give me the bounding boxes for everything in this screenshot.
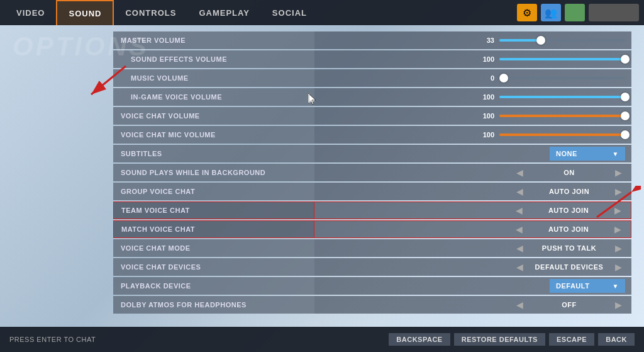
- playback-dropdown[interactable]: DEFAULT ▼: [321, 279, 625, 293]
- sfx-volume-slider[interactable]: 100: [321, 55, 625, 63]
- voice-chat-vol-value: 100: [475, 112, 494, 120]
- mic-volume-label: VOICE CHAT MIC VOLUME: [113, 126, 314, 144]
- arrow-annotation-right: [591, 186, 641, 224]
- tab-video[interactable]: VIDEO: [5, 0, 56, 25]
- navbar: VIDEO SOUND CONTROLS GAMEPLAY SOCIAL ⚙ 👥: [0, 0, 644, 25]
- ingame-voice-value: 100: [475, 93, 494, 101]
- mic-volume-slider[interactable]: 100: [321, 131, 625, 139]
- setting-row-bg-sound: SOUND PLAYS WHILE IN BACKGROUND ◀ ON ▶: [113, 164, 631, 181]
- tab-gameplay[interactable]: GAMEPLAY: [187, 0, 260, 25]
- mouse-cursor: [308, 93, 316, 105]
- dolby-chevron[interactable]: ◀ OFF ▶: [321, 298, 625, 311]
- ingame-voice-label: IN-GAME VOICE VOLUME: [113, 88, 314, 106]
- ingame-voice-slider[interactable]: 100: [321, 93, 625, 101]
- voice-devices-control: ◀ DEFAULT DEVICES ▶: [314, 258, 631, 276]
- svg-marker-4: [308, 93, 316, 105]
- mic-volume-control: 100: [314, 126, 631, 144]
- subtitles-dropdown-btn[interactable]: NONE ▼: [550, 147, 625, 161]
- voice-chat-vol-slider[interactable]: 100: [321, 112, 625, 120]
- subtitles-value: NONE: [556, 150, 577, 157]
- voice-chat-vol-track[interactable]: [499, 115, 625, 117]
- team-voice-prev-btn[interactable]: ◀: [513, 204, 526, 217]
- match-voice-prev-btn[interactable]: ◀: [513, 223, 526, 236]
- music-volume-value: 0: [475, 74, 494, 82]
- group-voice-label: GROUP VOICE CHAT: [113, 183, 314, 200]
- bg-sound-prev-btn[interactable]: ◀: [513, 166, 526, 179]
- dolby-prev-btn[interactable]: ◀: [513, 298, 526, 311]
- master-volume-slider[interactable]: 33: [321, 37, 625, 44]
- voice-mode-label: VOICE CHAT MODE: [113, 239, 314, 257]
- backspace-button[interactable]: BACKSPACE: [389, 333, 450, 346]
- tab-sound[interactable]: SOUND: [56, 0, 114, 25]
- setting-row-dolby: DOLBY ATMOS FOR HEADPHONES ◀ OFF ▶: [113, 296, 631, 314]
- dolby-next-btn[interactable]: ▶: [612, 298, 625, 311]
- group-voice-control: ◀ AUTO JOIN ▶: [314, 183, 631, 200]
- setting-row-match-voice: MATCH VOICE CHAT ◀ AUTO JOIN ▶: [113, 220, 631, 238]
- icon-status[interactable]: [565, 4, 585, 21]
- setting-row-team-voice: TEAM VOICE CHAT ◀ AUTO JOIN ▶: [113, 202, 631, 219]
- voice-mode-prev-btn[interactable]: ◀: [513, 242, 526, 254]
- bg-sound-chevron[interactable]: ◀ ON ▶: [321, 166, 625, 179]
- setting-row-playback: PLAYBACK DEVICE DEFAULT ▼: [113, 277, 631, 295]
- sfx-volume-thumb[interactable]: [621, 55, 630, 64]
- playback-label: PLAYBACK DEVICE: [113, 277, 314, 295]
- match-voice-chevron[interactable]: ◀ AUTO JOIN ▶: [321, 223, 625, 236]
- group-voice-chevron[interactable]: ◀ AUTO JOIN ▶: [321, 185, 625, 198]
- voice-devices-prev-btn[interactable]: ◀: [513, 261, 526, 273]
- voice-devices-chevron[interactable]: ◀ DEFAULT DEVICES ▶: [321, 261, 625, 273]
- voice-devices-label: VOICE CHAT DEVICES: [113, 258, 314, 276]
- master-volume-track[interactable]: [499, 39, 625, 42]
- mic-volume-thumb[interactable]: [621, 130, 630, 139]
- team-voice-label: TEAM VOICE CHAT: [113, 202, 314, 219]
- restore-defaults-button[interactable]: RESTORE DEFAULTS: [454, 333, 545, 346]
- subtitles-dropdown[interactable]: NONE ▼: [321, 147, 625, 161]
- voice-devices-value: DEFAULT DEVICES: [531, 263, 607, 271]
- playback-control: DEFAULT ▼: [314, 277, 631, 295]
- music-volume-track[interactable]: [499, 77, 625, 79]
- group-voice-prev-btn[interactable]: ◀: [513, 185, 526, 198]
- tab-social[interactable]: SOCIAL: [261, 0, 318, 25]
- voice-mode-value: PUSH TO TALK: [531, 244, 607, 252]
- nav-tabs: VIDEO SOUND CONTROLS GAMEPLAY SOCIAL: [5, 0, 517, 25]
- icon-account[interactable]: [589, 4, 639, 21]
- music-volume-slider[interactable]: 0: [321, 74, 625, 82]
- svg-line-1: [91, 66, 126, 94]
- ingame-voice-track[interactable]: [499, 96, 625, 98]
- bg-sound-next-btn[interactable]: ▶: [612, 166, 625, 179]
- team-voice-chevron[interactable]: ◀ AUTO JOIN ▶: [321, 204, 625, 217]
- bg-sound-label: SOUND PLAYS WHILE IN BACKGROUND: [113, 164, 314, 181]
- match-voice-next-btn[interactable]: ▶: [611, 223, 625, 236]
- voice-mode-next-btn[interactable]: ▶: [612, 242, 625, 254]
- icon-friends[interactable]: 👥: [541, 4, 561, 21]
- back-button[interactable]: BACK: [598, 333, 635, 346]
- voice-mode-control: ◀ PUSH TO TALK ▶: [314, 239, 631, 257]
- master-volume-value: 33: [475, 37, 494, 44]
- match-voice-label: MATCH VOICE CHAT: [113, 220, 314, 238]
- voice-chat-vol-thumb[interactable]: [621, 111, 630, 120]
- master-volume-thumb[interactable]: [536, 36, 545, 45]
- voice-chat-vol-label: VOICE CHAT VOLUME: [113, 107, 314, 125]
- arrow-annotation-left: [82, 63, 132, 101]
- music-volume-thumb[interactable]: [499, 74, 508, 82]
- ingame-voice-thumb[interactable]: [621, 93, 630, 101]
- voice-chat-vol-control: 100: [314, 107, 631, 125]
- subtitles-label: SUBTITLES: [113, 145, 314, 162]
- settings-panel: MASTER VOLUME 33 SOUND EFFECTS VOLUME 10…: [107, 25, 644, 327]
- subtitles-chevron-icon: ▼: [613, 150, 619, 157]
- bottom-buttons: BACKSPACE RESTORE DEFAULTS ESCAPE BACK: [389, 333, 635, 346]
- tab-controls[interactable]: CONTROLS: [114, 0, 187, 25]
- playback-chevron-icon: ▼: [613, 283, 619, 290]
- sfx-volume-track[interactable]: [499, 58, 625, 60]
- voice-mode-chevron[interactable]: ◀ PUSH TO TALK ▶: [321, 242, 625, 254]
- icon-profile[interactable]: ⚙: [517, 4, 537, 21]
- page-title: OPTIONS: [13, 31, 149, 62]
- mic-volume-track[interactable]: [499, 133, 625, 136]
- voice-devices-next-btn[interactable]: ▶: [612, 261, 625, 273]
- setting-row-voice-mode: VOICE CHAT MODE ◀ PUSH TO TALK ▶: [113, 239, 631, 257]
- escape-button[interactable]: ESCAPE: [549, 333, 594, 346]
- playback-dropdown-btn[interactable]: DEFAULT ▼: [550, 279, 625, 293]
- setting-row-sfx-volume: SOUND EFFECTS VOLUME 100: [113, 50, 631, 68]
- setting-row-master-volume: MASTER VOLUME 33: [113, 31, 631, 49]
- music-volume-control: 0: [314, 69, 631, 87]
- dolby-label: DOLBY ATMOS FOR HEADPHONES: [113, 296, 314, 314]
